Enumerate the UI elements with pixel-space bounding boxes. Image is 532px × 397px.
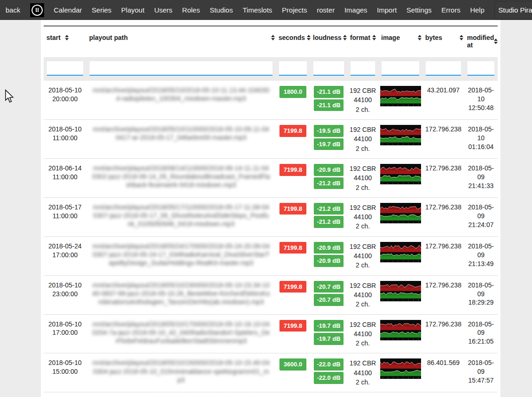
seconds-badge: 3600.0: [279, 358, 306, 371]
waveform-thumbnail[interactable]: [380, 125, 421, 148]
loudness-badge: -21.2 dB: [314, 177, 344, 189]
modified-time: 21:13:49: [466, 260, 496, 268]
sort-icon[interactable]: [372, 35, 376, 40]
waveform-thumbnail[interactable]: [380, 242, 421, 265]
filter-input-playout-path[interactable]: [90, 61, 272, 76]
loudness-badge: -20.9 dB: [314, 164, 344, 176]
column-header-image[interactable]: image: [378, 26, 422, 57]
sort-icon[interactable]: [271, 35, 275, 40]
filter-input-bytes[interactable]: [426, 61, 461, 76]
column-header-seconds[interactable]: seconds: [276, 26, 310, 57]
waveform-thumbnail[interactable]: [380, 164, 421, 187]
playout-path-cell: mnt/archive/playout/2018/05/10/150000/20…: [86, 353, 276, 392]
loudness-badge: -19.7 dB: [314, 138, 344, 150]
column-header-loudness[interactable]: loudness: [310, 26, 347, 57]
format-line: 192 CBR: [349, 281, 377, 290]
loudness-badge: -20.9 dB: [314, 255, 344, 267]
nav-item-users[interactable]: Users: [154, 6, 172, 14]
loudness-badge: -21.1 dB: [314, 99, 344, 111]
sort-icon[interactable]: [418, 35, 422, 40]
studio-select[interactable]: Studio Piradio: [494, 1, 532, 20]
format-line: 44100: [349, 329, 377, 338]
filter-input-image[interactable]: [382, 61, 419, 76]
seconds-cell: 7199.8: [276, 158, 310, 197]
nav-item-errors[interactable]: Errors: [441, 6, 461, 14]
start-time: 11:00:00: [45, 134, 85, 143]
sort-icon[interactable]: [494, 39, 498, 44]
bytes-cell: 43.201.097: [422, 81, 464, 119]
column-header-playout-path[interactable]: playout path: [86, 26, 276, 57]
playout-path-redacted-text: mnt/archive/playout/2018/05/10/2018-05-1…: [88, 86, 274, 103]
format-cell: 192 CBR441002 ch.: [347, 353, 378, 392]
modified-date: 2018-05-09: [466, 242, 496, 260]
format-cell: 192 CBR441002 ch.: [347, 236, 378, 275]
format-line: 44100: [349, 212, 377, 221]
playout-path-cell: mnt/archive/playout/2018/05/10/110000/20…: [86, 120, 276, 159]
playout-path-redacted-text: mnt/archive/playout/2018/05/10/110000/20…: [88, 125, 274, 142]
seconds-cell: 3600.0: [276, 353, 310, 392]
column-header-bytes[interactable]: bytes: [422, 26, 464, 57]
column-header-start[interactable]: start: [44, 26, 86, 57]
sort-icon[interactable]: [460, 35, 463, 40]
waveform-thumbnail[interactable]: [380, 281, 421, 304]
nav-item-images[interactable]: Images: [344, 6, 367, 14]
loudness-cell: -21.1 dB-21.1 dB: [310, 81, 347, 119]
nav-item-playout[interactable]: Playout: [121, 6, 144, 14]
playout-path-redacted-text: mnt/archive/playout/2018/05/10/230000/20…: [88, 281, 274, 306]
nav-item-series[interactable]: Series: [92, 6, 112, 14]
filter-input-format[interactable]: [350, 61, 375, 76]
nav-item-help[interactable]: Help: [470, 6, 485, 14]
format-cell: 192 CBR441002 ch.: [347, 314, 378, 353]
filter-input-loudness[interactable]: [313, 61, 344, 76]
bytes-cell: 172.796.238: [422, 236, 464, 275]
start-date: 2018-05-10: [45, 125, 85, 134]
playout-path-cell: mnt/archive/playout/2018/05/24/170000/20…: [86, 236, 276, 275]
playout-path-redacted-text: mnt/archive/playout/2018/06/14/110000/20…: [88, 164, 274, 189]
format-line: 2 ch.: [349, 183, 377, 192]
column-header-format[interactable]: format: [347, 26, 378, 57]
bytes-value: 43.201.097: [427, 86, 460, 94]
start-cell: 2018-05-10 16:00:00: [44, 392, 86, 397]
seconds-badge: 7199.8: [279, 242, 306, 254]
waveform-thumbnail[interactable]: [380, 86, 421, 109]
back-button[interactable]: back: [6, 6, 20, 14]
format-cell: 192 CBR441002 ch.: [347, 81, 378, 119]
start-cell: 2018-05-10 15:00:00: [44, 353, 86, 392]
format-cell: 192 CBR441002 ch.: [347, 392, 378, 397]
waveform-thumbnail[interactable]: [380, 358, 421, 381]
format-line: 192 CBR: [349, 86, 377, 95]
nav-item-settings[interactable]: Settings: [407, 6, 432, 14]
modified-date: 2018-05-09: [466, 203, 496, 221]
loudness-badge: -21.2 dB: [314, 203, 344, 215]
nav-item-projects[interactable]: Projects: [282, 6, 307, 14]
start-cell: 2018-06-14 11:00:00: [44, 158, 86, 197]
piradio-logo-icon[interactable]: [30, 3, 44, 17]
filter-input-modified-at[interactable]: [467, 61, 494, 76]
table-row: 2018-05-10 23:00:00 mnt/archive/playout/…: [44, 275, 498, 314]
seconds-badge: 7199.8: [279, 281, 306, 293]
loudness-cell: -19.5 dB-19.7 dB: [310, 120, 347, 159]
format-line: 44100: [349, 95, 377, 104]
nav-item-import[interactable]: Import: [377, 6, 397, 14]
nav-item-studios[interactable]: Studios: [210, 6, 233, 14]
start-time: 17:00:00: [45, 251, 85, 260]
waveform-thumbnail[interactable]: [380, 320, 421, 343]
waveform-thumbnail[interactable]: [380, 203, 421, 226]
modified-at-cell: 2018-05-09 21:41:33: [464, 158, 498, 197]
nav-item-roles[interactable]: Roles: [182, 6, 200, 14]
seconds-cell: 7199.8: [276, 275, 310, 314]
sort-icon[interactable]: [307, 35, 311, 40]
sort-icon[interactable]: [343, 35, 347, 40]
bytes-value: 172.796.238: [425, 320, 461, 328]
filter-input-start[interactable]: [47, 61, 83, 76]
start-time: 11:00:00: [45, 173, 85, 182]
start-cell: 2018-05-10 11:00:00: [44, 120, 86, 159]
format-line: 44100: [349, 134, 377, 143]
nav-item-calendar[interactable]: Calendar: [54, 6, 82, 14]
seconds-cell: 1800.0: [276, 81, 310, 119]
column-header-modified-at[interactable]: modified at: [464, 26, 498, 57]
sort-icon[interactable]: [65, 35, 69, 40]
nav-item-timeslots[interactable]: Timeslots: [243, 6, 272, 14]
filter-input-seconds[interactable]: [279, 61, 307, 76]
nav-item-roster[interactable]: roster: [317, 6, 335, 14]
